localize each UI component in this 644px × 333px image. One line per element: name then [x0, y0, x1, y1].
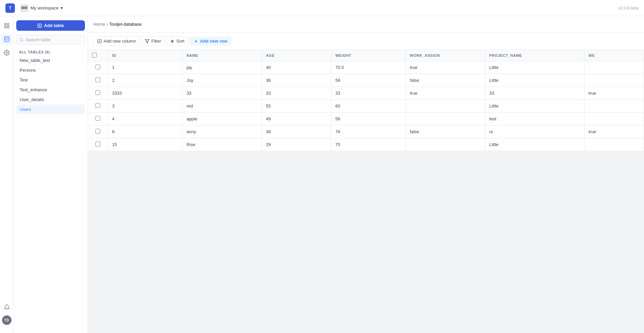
table-item[interactable]: New_table_test [16, 55, 85, 65]
search-box [16, 35, 85, 45]
topbar-left: T MW My workspace ▾ [5, 3, 66, 14]
add-row-icon [194, 39, 198, 44]
search-input[interactable] [26, 37, 82, 42]
cell-age: 40 [262, 61, 331, 74]
icon-rail: TD [0, 16, 14, 333]
row-select-checkbox[interactable] [95, 142, 100, 146]
row-checkbox [88, 113, 108, 125]
svg-rect-2 [4, 26, 6, 28]
cell-name: anny [182, 125, 262, 138]
cell-we: true [584, 87, 644, 100]
cell-age: 49 [262, 113, 331, 125]
cell-name: apple [182, 113, 262, 125]
cell-id: 2 [108, 74, 182, 87]
cell-project-name: Little [485, 138, 584, 151]
table-item[interactable]: Test_enhance [16, 85, 85, 95]
row-select-checkbox[interactable] [95, 116, 100, 121]
cell-age: 33 [262, 87, 331, 100]
cell-work-assign: true [406, 87, 485, 100]
cell-name: red [182, 100, 262, 113]
svg-rect-3 [7, 26, 9, 28]
breadcrumb: Home › Tooljet-database [93, 22, 141, 27]
cell-name: Joy [182, 74, 262, 87]
row-checkbox [88, 74, 108, 87]
row-select-checkbox[interactable] [95, 129, 100, 134]
table-row: 1 jay 40 70.5 true Little [88, 61, 644, 74]
table-row: 15 Row 29 70 Little [88, 138, 644, 151]
cell-weight: 76 [331, 125, 406, 138]
cell-we: true [584, 125, 644, 138]
cell-project-name: 33 [485, 87, 584, 100]
add-column-button[interactable]: Add new column [93, 36, 140, 46]
sort-button[interactable]: Sort [166, 36, 188, 46]
breadcrumb-home[interactable]: Home [93, 22, 105, 27]
cell-weight: 59 [331, 74, 406, 87]
rail-icon-settings[interactable] [1, 47, 12, 58]
filter-button[interactable]: Filter [141, 36, 165, 46]
cell-work-assign: true [406, 61, 485, 74]
toolbar: Add new column Filter Sort Add new r [88, 32, 644, 50]
add-table-button[interactable]: Add table [16, 20, 85, 31]
cell-work-assign: false [406, 74, 485, 87]
breadcrumb-separator: › [107, 22, 108, 27]
filter-icon [145, 39, 150, 44]
cell-we [584, 113, 644, 125]
table-item-users[interactable]: Users [16, 104, 85, 114]
cell-we [584, 100, 644, 113]
table-item[interactable]: Test [16, 75, 85, 85]
cell-weight: 56 [331, 113, 406, 125]
app-layout: TD Add table ALL TABLES (8) New_table_te… [0, 16, 644, 333]
row-select-checkbox[interactable] [95, 90, 100, 95]
header-id: ID [108, 50, 182, 61]
select-all-checkbox[interactable] [92, 53, 97, 57]
table-row: 3333 33 33 33 true 33 true [88, 87, 644, 100]
cell-id: 15 [108, 138, 182, 151]
cell-project-name: Little [485, 100, 584, 113]
row-checkbox [88, 100, 108, 113]
user-avatar[interactable]: TD [2, 315, 12, 325]
table-header-row: ID NAME AGE WEIGHT WORK_ASSIGN PROJECT_N… [88, 50, 644, 61]
header-checkbox-col [88, 50, 108, 61]
row-select-checkbox[interactable] [95, 65, 100, 69]
rail-icon-database[interactable] [1, 34, 12, 45]
table-row: 3 red 55 60 Little [88, 100, 644, 113]
svg-line-8 [22, 41, 23, 41]
cell-weight: 70 [331, 138, 406, 151]
cell-name: jay [182, 61, 262, 74]
table-row: 6 anny 38 76 false ui true [88, 125, 644, 138]
cell-age: 36 [262, 74, 331, 87]
row-select-checkbox[interactable] [95, 77, 100, 82]
workspace-selector[interactable]: MW My workspace ▾ [18, 3, 66, 14]
rail-icon-apps[interactable] [1, 20, 12, 31]
sort-icon [170, 39, 175, 44]
cell-id: 4 [108, 113, 182, 125]
svg-point-5 [6, 52, 7, 54]
chevron-down-icon: ▾ [61, 5, 63, 10]
cell-id: 3 [108, 100, 182, 113]
table-row: 4 apple 49 56 test [88, 113, 644, 125]
add-row-button[interactable]: Add new row [190, 37, 231, 46]
table-item[interactable]: User_details [16, 95, 85, 104]
cell-name: 33 [182, 87, 262, 100]
svg-point-4 [4, 37, 9, 39]
cell-id: 1 [108, 61, 182, 74]
row-checkbox [88, 87, 108, 100]
row-checkbox [88, 61, 108, 74]
data-table: ID NAME AGE WEIGHT WORK_ASSIGN PROJECT_N… [88, 50, 644, 151]
cell-project-name: test [485, 113, 584, 125]
row-checkbox [88, 138, 108, 151]
svg-point-7 [20, 38, 23, 41]
cell-age: 55 [262, 100, 331, 113]
add-column-icon [97, 39, 102, 44]
header-project-name: PROJECT_NAME [485, 50, 584, 61]
cell-weight: 60 [331, 100, 406, 113]
cell-weight: 33 [331, 87, 406, 100]
table-item[interactable]: Persons [16, 65, 85, 75]
bell-icon[interactable] [1, 302, 12, 313]
sidebar: Add table ALL TABLES (8) New_table_test … [14, 16, 88, 333]
cell-we [584, 138, 644, 151]
cell-project-name: ui [485, 125, 584, 138]
table-area: ID NAME AGE WEIGHT WORK_ASSIGN PROJECT_N… [88, 50, 644, 333]
cell-project-name: Little [485, 74, 584, 87]
row-select-checkbox[interactable] [95, 103, 100, 108]
